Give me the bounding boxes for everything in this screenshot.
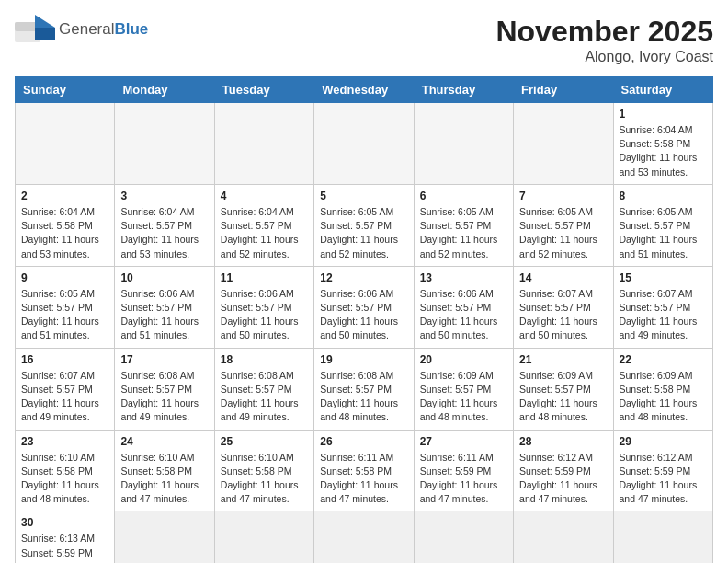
- day-number: 14: [519, 271, 607, 284]
- calendar-cell: [514, 103, 613, 185]
- calendar-cell: 27Sunrise: 6:11 AM Sunset: 5:59 PM Dayli…: [414, 430, 513, 511]
- day-info: Sunrise: 6:06 AM Sunset: 5:57 PM Dayligh…: [120, 287, 208, 343]
- day-info: Sunrise: 6:04 AM Sunset: 5:57 PM Dayligh…: [221, 205, 308, 261]
- day-info: Sunrise: 6:08 AM Sunset: 5:57 PM Dayligh…: [120, 369, 208, 425]
- day-info: Sunrise: 6:05 AM Sunset: 5:57 PM Dayligh…: [620, 205, 707, 261]
- calendar-header-row: SundayMondayTuesdayWednesdayThursdayFrid…: [16, 77, 713, 103]
- calendar-cell: [514, 511, 613, 563]
- calendar-week-row: 2Sunrise: 6:04 AM Sunset: 5:58 PM Daylig…: [16, 184, 713, 266]
- logo-general: General: [59, 20, 114, 38]
- calendar-cell: 6Sunrise: 6:05 AM Sunset: 5:57 PM Daylig…: [414, 184, 513, 266]
- calendar-cell: 9Sunrise: 6:05 AM Sunset: 5:57 PM Daylig…: [16, 266, 115, 348]
- day-info: Sunrise: 6:11 AM Sunset: 5:58 PM Dayligh…: [320, 451, 407, 507]
- day-info: Sunrise: 6:04 AM Sunset: 5:57 PM Dayligh…: [120, 205, 208, 261]
- day-info: Sunrise: 6:07 AM Sunset: 5:57 PM Dayligh…: [519, 287, 607, 343]
- calendar-cell: 11Sunrise: 6:06 AM Sunset: 5:57 PM Dayli…: [214, 266, 313, 348]
- day-info: Sunrise: 6:06 AM Sunset: 5:57 PM Dayligh…: [221, 287, 308, 343]
- day-info: Sunrise: 6:07 AM Sunset: 5:57 PM Dayligh…: [620, 287, 707, 343]
- calendar-week-row: 30Sunrise: 6:13 AM Sunset: 5:59 PM Dayli…: [16, 511, 713, 563]
- page-header: GeneralBlue November 2025 Alongo, Ivory …: [15, 15, 713, 65]
- calendar-cell: 16Sunrise: 6:07 AM Sunset: 5:57 PM Dayli…: [16, 348, 115, 430]
- day-header-thursday: Thursday: [414, 77, 513, 103]
- day-info: Sunrise: 6:10 AM Sunset: 5:58 PM Dayligh…: [221, 451, 308, 507]
- day-number: 10: [120, 271, 208, 284]
- day-header-tuesday: Tuesday: [214, 77, 313, 103]
- day-number: 30: [21, 516, 108, 529]
- day-number: 7: [519, 190, 607, 202]
- day-number: 6: [420, 190, 507, 202]
- day-number: 24: [120, 435, 208, 448]
- calendar-cell: 5Sunrise: 6:05 AM Sunset: 5:57 PM Daylig…: [314, 184, 414, 266]
- day-number: 28: [519, 435, 607, 448]
- day-header-saturday: Saturday: [613, 77, 712, 103]
- calendar-cell: [414, 511, 513, 563]
- calendar-cell: 7Sunrise: 6:05 AM Sunset: 5:57 PM Daylig…: [514, 184, 613, 266]
- day-header-sunday: Sunday: [16, 77, 115, 103]
- calendar-cell: 29Sunrise: 6:12 AM Sunset: 5:59 PM Dayli…: [613, 430, 712, 511]
- day-number: 1: [620, 108, 707, 121]
- day-number: 26: [320, 435, 407, 448]
- day-header-wednesday: Wednesday: [314, 77, 414, 103]
- day-info: Sunrise: 6:04 AM Sunset: 5:58 PM Dayligh…: [21, 205, 108, 261]
- calendar-cell: 8Sunrise: 6:05 AM Sunset: 5:57 PM Daylig…: [613, 184, 712, 266]
- day-info: Sunrise: 6:08 AM Sunset: 5:57 PM Dayligh…: [221, 369, 308, 425]
- calendar-week-row: 1Sunrise: 6:04 AM Sunset: 5:58 PM Daylig…: [16, 103, 713, 185]
- day-info: Sunrise: 6:05 AM Sunset: 5:57 PM Dayligh…: [21, 287, 108, 343]
- logo-blue: Blue: [114, 20, 148, 38]
- day-number: 18: [221, 353, 308, 366]
- day-number: 11: [221, 271, 308, 284]
- calendar-cell: 26Sunrise: 6:11 AM Sunset: 5:58 PM Dayli…: [314, 430, 414, 511]
- day-info: Sunrise: 6:06 AM Sunset: 5:57 PM Dayligh…: [320, 287, 407, 343]
- day-info: Sunrise: 6:09 AM Sunset: 5:58 PM Dayligh…: [620, 369, 707, 425]
- day-info: Sunrise: 6:05 AM Sunset: 5:57 PM Dayligh…: [320, 205, 407, 261]
- day-info: Sunrise: 6:12 AM Sunset: 5:59 PM Dayligh…: [620, 451, 707, 507]
- day-number: 8: [620, 190, 707, 202]
- day-info: Sunrise: 6:08 AM Sunset: 5:57 PM Dayligh…: [320, 369, 407, 425]
- calendar-cell: 18Sunrise: 6:08 AM Sunset: 5:57 PM Dayli…: [214, 348, 313, 430]
- day-info: Sunrise: 6:10 AM Sunset: 5:58 PM Dayligh…: [120, 451, 208, 507]
- day-number: 22: [620, 353, 707, 366]
- day-number: 9: [21, 271, 108, 284]
- day-info: Sunrise: 6:05 AM Sunset: 5:57 PM Dayligh…: [519, 205, 607, 261]
- day-info: Sunrise: 6:12 AM Sunset: 5:59 PM Dayligh…: [519, 451, 607, 507]
- calendar-week-row: 16Sunrise: 6:07 AM Sunset: 5:57 PM Dayli…: [16, 348, 713, 430]
- day-info: Sunrise: 6:13 AM Sunset: 5:59 PM Dayligh…: [21, 532, 108, 563]
- day-number: 13: [420, 271, 507, 284]
- calendar-cell: [314, 103, 414, 185]
- day-info: Sunrise: 6:11 AM Sunset: 5:59 PM Dayligh…: [420, 451, 507, 507]
- calendar-cell: [214, 511, 313, 563]
- calendar-cell: [115, 103, 214, 185]
- calendar-table: SundayMondayTuesdayWednesdayThursdayFrid…: [15, 76, 713, 563]
- calendar-cell: 15Sunrise: 6:07 AM Sunset: 5:57 PM Dayli…: [613, 266, 712, 348]
- page-subtitle: Alongo, Ivory Coast: [495, 49, 713, 65]
- calendar-cell: 1Sunrise: 6:04 AM Sunset: 5:58 PM Daylig…: [613, 103, 712, 185]
- svg-marker-2: [35, 15, 55, 28]
- calendar-cell: [115, 511, 214, 563]
- calendar-cell: [414, 103, 513, 185]
- svg-marker-3: [35, 28, 55, 40]
- day-header-monday: Monday: [115, 77, 214, 103]
- day-number: 29: [620, 435, 707, 448]
- day-number: 3: [120, 190, 208, 202]
- calendar-cell: 23Sunrise: 6:10 AM Sunset: 5:58 PM Dayli…: [16, 430, 115, 511]
- day-number: 5: [320, 190, 407, 202]
- day-info: Sunrise: 6:04 AM Sunset: 5:58 PM Dayligh…: [620, 123, 707, 179]
- calendar-cell: [314, 511, 414, 563]
- day-number: 27: [420, 435, 507, 448]
- day-number: 12: [320, 271, 407, 284]
- calendar-cell: 25Sunrise: 6:10 AM Sunset: 5:58 PM Dayli…: [214, 430, 313, 511]
- calendar-cell: 28Sunrise: 6:12 AM Sunset: 5:59 PM Dayli…: [514, 430, 613, 511]
- day-info: Sunrise: 6:06 AM Sunset: 5:57 PM Dayligh…: [420, 287, 507, 343]
- day-info: Sunrise: 6:05 AM Sunset: 5:57 PM Dayligh…: [420, 205, 507, 261]
- day-number: 17: [120, 353, 208, 366]
- calendar-cell: [613, 511, 712, 563]
- calendar-cell: 24Sunrise: 6:10 AM Sunset: 5:58 PM Dayli…: [115, 430, 214, 511]
- day-number: 21: [519, 353, 607, 366]
- calendar-cell: [214, 103, 313, 185]
- calendar-week-row: 23Sunrise: 6:10 AM Sunset: 5:58 PM Dayli…: [16, 430, 713, 511]
- logo-icon: [15, 15, 55, 44]
- calendar-cell: 30Sunrise: 6:13 AM Sunset: 5:59 PM Dayli…: [16, 511, 115, 563]
- calendar-cell: [16, 103, 115, 185]
- day-info: Sunrise: 6:09 AM Sunset: 5:57 PM Dayligh…: [519, 369, 607, 425]
- calendar-cell: 19Sunrise: 6:08 AM Sunset: 5:57 PM Dayli…: [314, 348, 414, 430]
